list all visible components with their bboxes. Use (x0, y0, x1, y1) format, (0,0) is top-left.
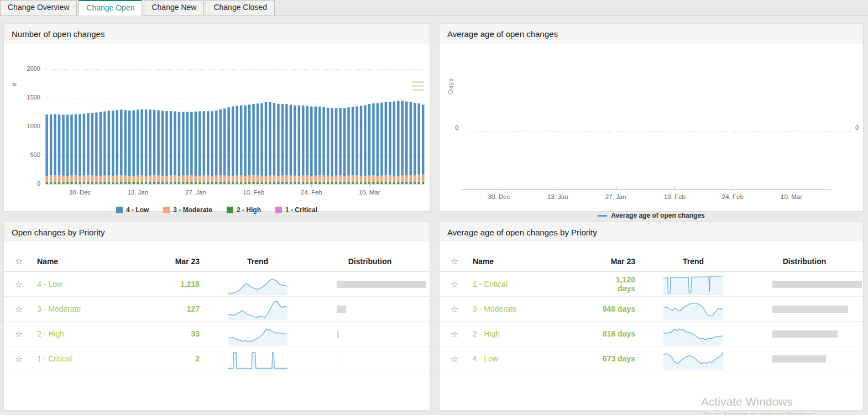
bar-segment[interactable] (207, 111, 209, 175)
bar-segment[interactable] (227, 176, 229, 182)
bar-segment[interactable] (397, 176, 399, 182)
bar-segment[interactable] (339, 175, 341, 182)
bar-segment[interactable] (368, 176, 370, 182)
bar-segment[interactable] (352, 175, 354, 182)
column-header-date[interactable]: Mar 23 (597, 257, 635, 266)
bar-segment[interactable] (294, 176, 296, 182)
bar-segment[interactable] (211, 111, 213, 176)
bar-segment[interactable] (335, 108, 337, 175)
bar-segment[interactable] (153, 110, 155, 176)
bar-segment[interactable] (190, 176, 192, 182)
bar-segment[interactable] (269, 102, 271, 176)
priority-link[interactable]: 3 - Moderate (469, 304, 597, 313)
bar-segment[interactable] (335, 176, 337, 182)
bar-segment[interactable] (393, 176, 395, 182)
bar-segment[interactable] (252, 104, 254, 175)
legend-item-1-Critical[interactable]: 1 - Critical (275, 206, 317, 214)
tab-change-open[interactable]: Change Open (79, 0, 142, 15)
column-header-distribution[interactable]: Distribution (316, 257, 424, 266)
bar-segment[interactable] (285, 104, 287, 175)
bar-segment[interactable] (157, 111, 159, 176)
bar-segment[interactable] (377, 176, 379, 182)
bar-segment[interactable] (223, 108, 226, 175)
bar-segment[interactable] (120, 109, 122, 175)
bar-segment[interactable] (290, 105, 292, 176)
bar-segment[interactable] (298, 176, 300, 182)
bar-segment[interactable] (380, 103, 383, 176)
trend-cell[interactable] (200, 272, 316, 296)
column-header-name[interactable]: Name (34, 257, 161, 266)
bar-segment[interactable] (91, 176, 93, 182)
bar-segment[interactable] (75, 175, 77, 182)
bar-segment[interactable] (203, 176, 205, 182)
bar-segment[interactable] (103, 111, 106, 175)
bar-segment[interactable] (79, 176, 81, 182)
bar-segment[interactable] (137, 110, 139, 176)
star-icon[interactable]: ☆ (440, 354, 469, 364)
bar-segment[interactable] (414, 175, 416, 182)
bar-segment[interactable] (414, 103, 416, 175)
bar-segment[interactable] (232, 176, 234, 182)
legend-item-3-Moderate[interactable]: 3 - Moderate (163, 206, 212, 214)
bar-segment[interactable] (50, 114, 52, 175)
bar-segment[interactable] (318, 107, 321, 175)
bar-segment[interactable] (393, 102, 395, 176)
trend-cell[interactable] (200, 347, 316, 370)
bar-segment[interactable] (100, 176, 102, 182)
bar-segment[interactable] (306, 175, 308, 182)
bar-segment[interactable] (124, 110, 127, 175)
star-icon[interactable]: ☆ (4, 354, 34, 364)
bar-segment[interactable] (347, 176, 349, 182)
bar-segment[interactable] (343, 176, 346, 182)
bar-segment[interactable] (405, 175, 407, 182)
bar-segment[interactable] (331, 176, 333, 182)
bar-segment[interactable] (257, 176, 259, 182)
trend-cell[interactable] (200, 297, 316, 321)
bar-segment[interactable] (285, 175, 287, 182)
star-icon[interactable]: ☆ (4, 304, 34, 314)
bar-segment[interactable] (182, 176, 184, 182)
bar-segment[interactable] (273, 103, 275, 175)
bar-segment[interactable] (186, 175, 189, 182)
bar-segment[interactable] (198, 111, 201, 176)
bar-segment[interactable] (116, 176, 118, 182)
bar-segment[interactable] (260, 176, 263, 182)
bar-segment[interactable] (306, 106, 308, 175)
column-header-name[interactable]: Name (469, 257, 597, 266)
bar-segment[interactable] (315, 107, 317, 176)
bar-segment[interactable] (62, 176, 64, 182)
bar-segment[interactable] (397, 101, 399, 176)
priority-link[interactable]: 1 - Critical (34, 354, 161, 363)
bar-segment[interactable] (211, 176, 213, 182)
tab-change-new[interactable]: Change New (144, 0, 204, 15)
bar-segment[interactable] (54, 114, 56, 176)
bar-segment[interactable] (281, 176, 284, 182)
bar-segment[interactable] (236, 176, 238, 182)
bar-segment[interactable] (145, 176, 147, 182)
bar-segment[interactable] (281, 104, 284, 176)
bar-segment[interactable] (389, 102, 391, 176)
bar-segment[interactable] (112, 176, 114, 182)
bar-segment[interactable] (195, 176, 197, 182)
bar-segment[interactable] (108, 175, 110, 182)
bar-segment[interactable] (66, 114, 69, 176)
bar-segment[interactable] (161, 176, 164, 182)
trend-cell[interactable] (200, 322, 316, 345)
bar-segment[interactable] (75, 114, 77, 176)
bar-segment[interactable] (178, 112, 180, 176)
bar-segment[interactable] (62, 114, 64, 175)
bar-segment[interactable] (355, 106, 358, 175)
bar-segment[interactable] (83, 114, 85, 176)
bar-segment[interactable] (310, 176, 312, 182)
bar-segment[interactable] (318, 175, 321, 182)
star-icon[interactable]: ☆ (440, 329, 469, 339)
star-header-icon[interactable]: ☆ (4, 256, 34, 266)
bar-segment[interactable] (302, 176, 304, 182)
bar-segment[interactable] (244, 176, 246, 182)
bar-segment[interactable] (401, 176, 404, 182)
bar-segment[interactable] (149, 109, 151, 175)
bar-segment[interactable] (95, 176, 97, 182)
bar-segment[interactable] (327, 108, 329, 176)
bar-segment[interactable] (322, 107, 325, 176)
bar-segment[interactable] (182, 112, 184, 175)
